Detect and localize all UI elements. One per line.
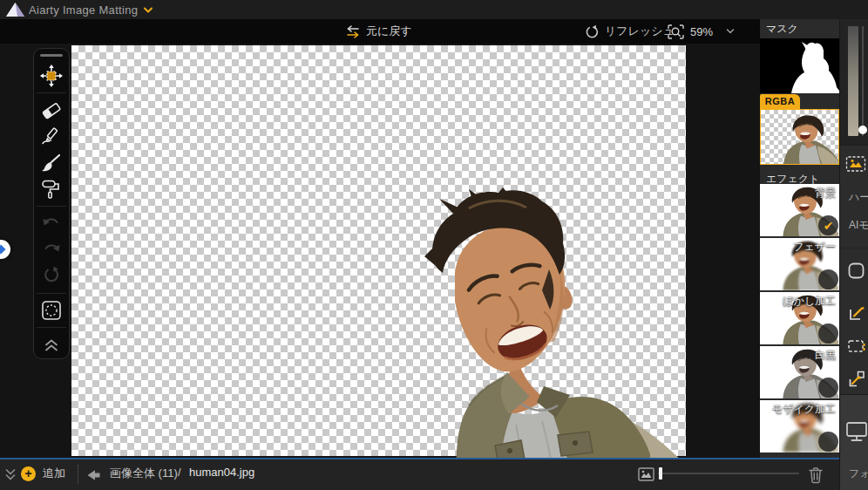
strip-label-2: AIモ — [849, 218, 868, 233]
rgba-thumbnail[interactable] — [760, 109, 839, 165]
divider — [37, 327, 66, 328]
monitor-icon — [845, 421, 868, 443]
rounded-square-icon — [847, 262, 865, 280]
palette-drag-handle[interactable] — [40, 54, 63, 57]
zoom-value: 59% — [690, 25, 713, 38]
effect-item-blur[interactable]: ぼかし加工 ✔ — [760, 292, 839, 344]
titlebar: Aiarty Image Matting — [0, 0, 868, 19]
effect-toggle[interactable]: ✔ — [818, 215, 838, 235]
effect-toggle[interactable]: ✔ — [818, 378, 838, 398]
collapse-filmstrip-button[interactable] — [3, 468, 17, 481]
swap-arrows-icon — [345, 24, 361, 39]
divider — [37, 206, 66, 207]
dashed-select-button[interactable] — [847, 338, 866, 354]
collapse-down-icon — [3, 468, 17, 481]
rgba-preview-person — [761, 112, 839, 165]
effect-item-feather[interactable]: フェザー ✔ — [760, 238, 839, 290]
thumbnail-size-slider[interactable] — [658, 473, 799, 474]
divider — [78, 465, 78, 484]
effect-label: 背景 — [815, 186, 836, 201]
app-title: Aiarty Image Matting — [29, 3, 138, 17]
revert-button[interactable]: 元に戻す — [345, 23, 412, 40]
resize-button[interactable] — [847, 370, 866, 389]
marquee-select-tool[interactable] — [37, 298, 65, 323]
effect-label: 白黒 — [815, 348, 836, 363]
image-icon — [638, 467, 654, 481]
redo-arrow-icon — [41, 241, 62, 258]
revert-label: 元に戻す — [366, 24, 412, 39]
add-image-button[interactable]: + 追加 — [21, 466, 65, 481]
image-select-icon — [845, 155, 866, 173]
chevron-down-icon[interactable] — [142, 4, 154, 16]
marquee-icon — [40, 299, 63, 322]
shape-tool-button[interactable] — [847, 262, 865, 280]
edit-crop-button[interactable] — [847, 303, 866, 323]
strip-label-3: フォ — [849, 466, 868, 481]
breadcrumb-collection[interactable]: 画像全体 (11) — [110, 466, 178, 481]
dashed-select-icon — [847, 338, 866, 354]
checkmark-icon: ✔ — [824, 219, 834, 233]
paint-roller-icon — [40, 178, 63, 201]
pen-icon — [40, 126, 63, 146]
monitor-view-button[interactable] — [845, 421, 868, 443]
plus-icon: + — [21, 466, 36, 481]
vertical-slider-handle[interactable] — [858, 126, 867, 134]
trash-icon — [808, 466, 824, 484]
back-button[interactable] — [85, 467, 102, 483]
app-window: Aiarty Image Matting 元に戻す リフレッシュ — [0, 0, 868, 490]
effect-toggle[interactable]: ✔ — [818, 323, 838, 344]
eraser-tool[interactable] — [37, 98, 65, 122]
divider — [840, 248, 868, 248]
brush-icon — [40, 153, 63, 174]
top-toolbar: 元に戻す リフレッシュ 59% — [0, 19, 760, 44]
paint-roller-tool[interactable] — [37, 177, 65, 201]
effect-toggle[interactable]: ✔ — [818, 269, 838, 289]
expand-panel-icon — [0, 244, 6, 255]
refresh-button[interactable]: リフレッシュ — [585, 23, 675, 40]
matted-subject-photo — [418, 187, 686, 458]
divider — [37, 293, 66, 294]
collapse-palette-button[interactable] — [37, 333, 65, 357]
editing-canvas[interactable] — [0, 44, 760, 458]
bottom-bar: + 追加 画像全体 (11) / human04.jpg — [0, 458, 839, 490]
thumbnail-size-slider-handle[interactable] — [659, 467, 662, 480]
mask-thumbnail[interactable] — [760, 38, 839, 93]
gradient-preview-bar — [848, 26, 858, 136]
add-label: 追加 — [43, 466, 65, 481]
zoom-chevron-down-icon[interactable] — [725, 26, 736, 37]
delete-button[interactable] — [808, 466, 824, 484]
effect-label: ぼかし加工 — [783, 294, 836, 309]
refresh-icon — [585, 24, 600, 39]
reset-button[interactable] — [37, 263, 65, 288]
aiarty-logo — [5, 2, 25, 17]
brush-tool[interactable] — [37, 150, 65, 174]
thumbnail-size-button[interactable] — [638, 467, 654, 481]
effect-item-mosaic[interactable]: モザイク加工 ✔ — [760, 400, 839, 453]
pen-tool[interactable] — [37, 124, 65, 148]
collapse-up-icon — [43, 339, 60, 351]
rgba-tab[interactable]: RGBA — [760, 94, 800, 109]
resize-arrow-icon — [847, 370, 866, 389]
undo-arrow-icon — [41, 214, 62, 232]
zoom-viewfinder-icon — [667, 24, 685, 40]
move-icon — [39, 64, 64, 88]
zoom-control[interactable]: 59% — [667, 23, 736, 40]
effect-toggle[interactable]: ✔ — [818, 432, 838, 452]
effect-label: モザイク加工 — [772, 402, 836, 417]
right-sidebar-strip: ハー AIモ — [839, 19, 868, 490]
redo-button[interactable] — [37, 237, 65, 262]
vertical-slider-track[interactable] — [862, 26, 864, 136]
rgba-layer[interactable]: RGBA — [760, 94, 839, 165]
undo-button[interactable] — [37, 211, 65, 235]
edit-pencil-icon — [847, 303, 866, 323]
image-select-button[interactable] — [845, 155, 866, 173]
breadcrumb-filename[interactable]: human04.jpg — [189, 466, 254, 479]
effect-item-background[interactable]: 背景 ✔ — [760, 184, 839, 236]
mask-effects-panel: マスク RGBA エフェクト 背景 ✔ フェザー ✔ — [760, 19, 839, 458]
effect-label: フェザー — [793, 240, 836, 255]
refresh-label: リフレッシュ — [605, 24, 675, 39]
reset-icon — [41, 266, 62, 285]
effect-item-blackwhite[interactable]: 白黒 ✔ — [760, 346, 839, 398]
mask-section-header: マスク — [760, 19, 839, 38]
move-tool[interactable] — [37, 64, 65, 88]
